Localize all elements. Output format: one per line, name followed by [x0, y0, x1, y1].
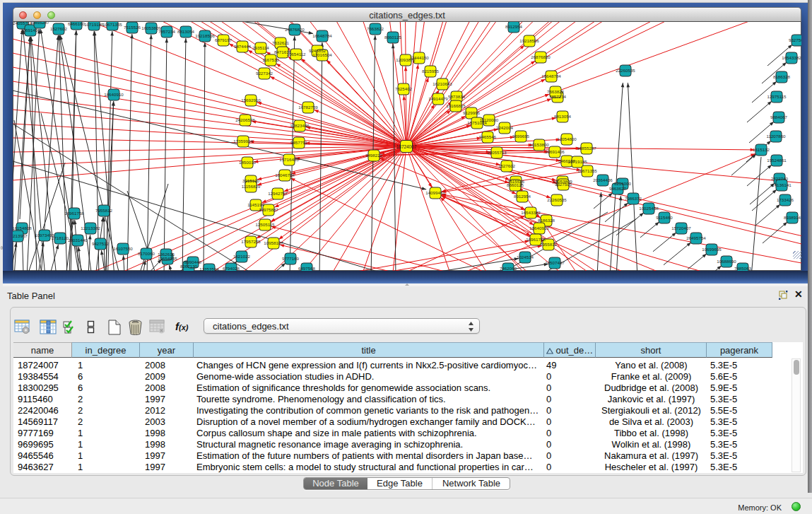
svg-text:12213967: 12213967: [13, 233, 28, 238]
svg-text:22260535: 22260535: [547, 197, 567, 202]
svg-text:14914479: 14914479: [428, 96, 448, 101]
svg-text:1615132: 1615132: [753, 147, 770, 152]
svg-text:6216000: 6216000: [614, 181, 632, 186]
svg-text:9327505: 9327505: [789, 37, 801, 42]
svg-text:19218506: 19218506: [519, 38, 539, 43]
svg-text:18640910: 18640910: [104, 92, 124, 97]
svg-text:9457791: 9457791: [290, 140, 308, 145]
svg-text:19218506: 19218506: [195, 33, 215, 38]
svg-text:15720407: 15720407: [671, 226, 691, 230]
svg-text:12213382: 12213382: [81, 226, 100, 230]
svg-text:8186328: 8186328: [773, 74, 791, 79]
svg-text:16782759: 16782759: [298, 105, 318, 110]
svg-text:3498222: 3498222: [365, 153, 383, 158]
svg-text:1527602: 1527602: [50, 26, 68, 31]
svg-text:9474444: 9474444: [234, 44, 252, 49]
svg-text:16154808: 16154808: [13, 226, 32, 230]
svg-text:7485063: 7485063: [734, 266, 752, 271]
svg-text:26876820: 26876820: [531, 54, 551, 59]
svg-text:8938914: 8938914: [784, 215, 801, 220]
svg-text:10975887: 10975887: [259, 207, 278, 212]
svg-text:9465546: 9465546: [479, 134, 497, 139]
svg-text:1145194: 1145194: [247, 202, 264, 207]
svg-text:8660125: 8660125: [507, 182, 524, 187]
svg-text:11156829: 11156829: [242, 184, 261, 189]
svg-text:20691406: 20691406: [545, 149, 565, 154]
svg-text:7955812: 7955812: [540, 242, 558, 247]
svg-text:9463627: 9463627: [609, 186, 627, 191]
svg-text:7632621: 7632621: [272, 40, 290, 45]
svg-text:9129996: 9129996: [463, 110, 481, 115]
svg-text:10855287: 10855287: [577, 146, 596, 151]
svg-text:18640910: 18640910: [529, 226, 549, 230]
svg-text:7663822: 7663822: [367, 26, 384, 31]
svg-text:6794028: 6794028: [223, 266, 240, 271]
svg-text:12942757: 12942757: [268, 191, 288, 196]
svg-text:9227342: 9227342: [256, 71, 273, 76]
svg-text:10699695: 10699695: [702, 247, 722, 252]
svg-text:10025458: 10025458: [639, 206, 659, 211]
svg-text:7462060: 7462060: [500, 266, 517, 271]
svg-text:1362615: 1362615: [158, 252, 175, 257]
svg-text:20364436: 20364436: [593, 177, 613, 182]
svg-text:7986372: 7986372: [625, 196, 642, 201]
svg-text:11120000: 11120000: [480, 117, 499, 122]
svg-text:16648784: 16648784: [312, 33, 332, 38]
svg-text:28031440: 28031440: [68, 238, 88, 243]
svg-text:10688690: 10688690: [717, 259, 736, 264]
svg-text:2718120: 2718120: [52, 235, 69, 240]
svg-text:8186328: 8186328: [538, 218, 555, 223]
svg-text:10719185: 10719185: [84, 22, 104, 27]
svg-text:19524861: 19524861: [767, 158, 787, 163]
svg-text:10507487: 10507487: [545, 260, 565, 265]
svg-text:10671355: 10671355: [102, 22, 122, 27]
svg-text:6879197: 6879197: [215, 37, 233, 42]
svg-text:17957255: 17957255: [241, 239, 261, 244]
svg-text:8990448: 8990448: [184, 259, 202, 264]
svg-text:12823446: 12823446: [290, 123, 310, 128]
svg-text:16107550: 16107550: [113, 246, 133, 251]
svg-text:24206578: 24206578: [235, 117, 255, 122]
svg-text:7857234: 7857234: [158, 29, 176, 34]
svg-text:10654112: 10654112: [286, 52, 306, 57]
svg-text:1733426: 1733426: [777, 197, 794, 202]
svg-text:12975115: 12975115: [767, 94, 787, 99]
svg-text:1850010: 1850010: [239, 160, 257, 165]
svg-text:8912954: 8912954: [514, 194, 531, 199]
svg-text:11207860: 11207860: [766, 134, 786, 139]
svg-text:24055713: 24055713: [487, 150, 507, 155]
svg-text:2522740: 2522740: [771, 176, 789, 181]
svg-text:3915100: 3915100: [242, 178, 260, 183]
svg-text:7625402: 7625402: [395, 86, 413, 91]
svg-text:18724007: 18724007: [396, 144, 417, 149]
svg-text:10671355: 10671355: [577, 168, 597, 173]
svg-text:8267130: 8267130: [180, 264, 198, 269]
svg-text:9699695: 9699695: [512, 134, 530, 139]
svg-text:9884067: 9884067: [770, 115, 788, 119]
svg-text:1527602: 1527602: [498, 163, 516, 168]
svg-text:16210643: 16210643: [433, 81, 452, 86]
svg-text:8813054: 8813054: [554, 114, 572, 119]
svg-text:16961758: 16961758: [64, 211, 84, 216]
svg-text:6466160: 6466160: [68, 22, 86, 26]
svg-text:1621022: 1621022: [233, 254, 251, 259]
svg-text:17359924: 17359924: [233, 139, 253, 144]
svg-text:20691406: 20691406: [20, 28, 40, 33]
svg-text:1024534: 1024534: [517, 255, 534, 259]
svg-text:19654955: 19654955: [158, 256, 177, 261]
svg-text:10719185: 10719185: [567, 159, 587, 164]
svg-text:12054800: 12054800: [557, 136, 577, 141]
svg-text:10153800: 10153800: [529, 142, 549, 147]
svg-text:2242004: 2242004: [496, 125, 514, 130]
svg-text:26495754: 26495754: [686, 235, 706, 240]
svg-text:16543382: 16543382: [782, 55, 801, 60]
svg-text:8813054: 8813054: [177, 29, 195, 34]
svg-text:7663822: 7663822: [547, 89, 565, 94]
svg-text:26876820: 26876820: [285, 27, 305, 32]
svg-text:8660125: 8660125: [384, 35, 402, 40]
svg-text:8912954: 8912954: [505, 24, 523, 29]
svg-text:16961758: 16961758: [526, 237, 546, 242]
svg-text:8170060: 8170060: [138, 251, 155, 256]
svg-text:6497568: 6497568: [298, 266, 316, 271]
svg-text:16648784: 16648784: [541, 74, 561, 78]
